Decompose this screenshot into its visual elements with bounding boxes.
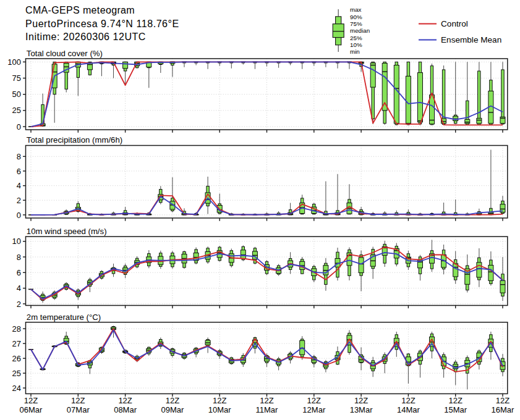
svg-text:2m temperature (°C): 2m temperature (°C) <box>27 313 101 322</box>
svg-text:12Z: 12Z <box>166 396 179 405</box>
svg-text:max: max <box>350 6 362 13</box>
svg-text:Total cloud cover (%): Total cloud cover (%) <box>27 49 103 58</box>
svg-text:12Z: 12Z <box>401 396 415 405</box>
svg-text:12Z: 12Z <box>118 396 132 405</box>
svg-text:12Z: 12Z <box>260 396 273 405</box>
svg-text:100: 100 <box>7 57 21 67</box>
svg-text:25: 25 <box>12 369 21 378</box>
svg-text:26: 26 <box>12 354 21 363</box>
svg-text:6: 6 <box>17 268 21 277</box>
svg-text:2: 2 <box>17 196 21 205</box>
svg-text:10: 10 <box>12 237 21 246</box>
svg-text:75: 75 <box>12 74 21 83</box>
svg-text:16Mar: 16Mar <box>492 405 515 414</box>
svg-text:14Mar: 14Mar <box>397 405 420 414</box>
svg-text:13Mar: 13Mar <box>350 405 373 414</box>
svg-text:0: 0 <box>17 211 21 220</box>
svg-text:min: min <box>350 48 360 55</box>
svg-text:Total precipitation (mm/6h): Total precipitation (mm/6h) <box>27 135 122 145</box>
svg-text:12Z: 12Z <box>24 396 38 405</box>
svg-text:12Z: 12Z <box>448 396 462 405</box>
svg-text:25%: 25% <box>350 35 362 41</box>
svg-text:6: 6 <box>17 167 21 176</box>
svg-text:4: 4 <box>17 284 21 293</box>
svg-text:8: 8 <box>17 152 21 161</box>
svg-text:Initime: 20260306 12UTC: Initime: 20260306 12UTC <box>25 32 146 42</box>
svg-text:Ensemble Mean: Ensemble Mean <box>441 35 501 44</box>
svg-text:12Z: 12Z <box>354 396 368 405</box>
svg-text:12Z: 12Z <box>213 396 226 405</box>
svg-text:50: 50 <box>12 90 21 99</box>
svg-text:PuertoPrincesa 9.74°N 118.76°E: PuertoPrincesa 9.74°N 118.76°E <box>25 19 179 29</box>
svg-text:09Mar: 09Mar <box>161 405 184 414</box>
svg-text:median: median <box>350 27 370 34</box>
svg-text:CMA-GEPS meteogram: CMA-GEPS meteogram <box>25 5 135 15</box>
svg-text:25: 25 <box>12 106 21 115</box>
svg-text:0: 0 <box>17 122 21 132</box>
svg-text:10m wind speed (m/s): 10m wind speed (m/s) <box>27 227 107 236</box>
svg-text:2: 2 <box>17 300 21 309</box>
svg-text:75%: 75% <box>350 20 362 27</box>
svg-text:90%: 90% <box>350 14 362 20</box>
svg-text:07Mar: 07Mar <box>67 405 90 414</box>
svg-text:4: 4 <box>17 181 21 190</box>
svg-text:15Mar: 15Mar <box>444 405 467 414</box>
svg-text:24: 24 <box>12 384 21 393</box>
svg-text:10%: 10% <box>350 41 362 48</box>
svg-text:8: 8 <box>17 253 21 262</box>
svg-text:10Mar: 10Mar <box>208 405 232 414</box>
svg-text:08Mar: 08Mar <box>114 405 137 414</box>
svg-text:Control: Control <box>441 19 468 28</box>
svg-text:11Mar: 11Mar <box>256 405 279 414</box>
svg-text:12Z: 12Z <box>496 396 509 405</box>
svg-text:06Mar: 06Mar <box>20 405 43 414</box>
svg-text:28: 28 <box>12 324 21 334</box>
svg-text:12Z: 12Z <box>71 396 85 405</box>
svg-text:27: 27 <box>12 339 21 348</box>
svg-text:12Mar: 12Mar <box>302 405 326 414</box>
svg-text:12Z: 12Z <box>307 396 321 405</box>
